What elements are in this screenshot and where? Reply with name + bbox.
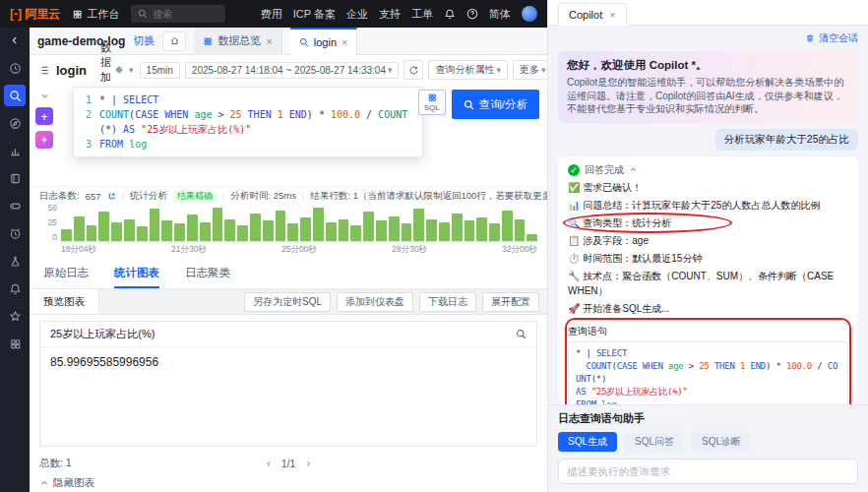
home-tab-button[interactable] — [162, 31, 186, 51]
topbar-link[interactable]: ICP 备案 — [293, 7, 336, 22]
tab-data-overview[interactable]: 数据总览 — [194, 28, 281, 55]
histogram-bar[interactable] — [326, 222, 337, 241]
histogram-bar[interactable] — [313, 208, 324, 241]
query-attr-dropdown[interactable]: 查询分析属性 — [428, 60, 508, 80]
histogram-bar[interactable] — [224, 219, 235, 241]
help-icon[interactable] — [466, 8, 478, 20]
topbar-link[interactable]: 费用 — [261, 7, 282, 22]
topbar-link[interactable]: 工单 — [411, 7, 433, 22]
histogram-bar[interactable] — [465, 220, 475, 241]
gamepad-icon[interactable] — [4, 195, 26, 216]
alibaba-cloud-logo[interactable]: [-] 阿里云 — [10, 6, 60, 23]
copilot-input[interactable] — [558, 459, 858, 484]
histogram-bar[interactable] — [150, 209, 160, 241]
switch-project-link[interactable]: 切换 — [133, 33, 155, 48]
histogram-bar[interactable] — [376, 220, 387, 241]
next-page-button[interactable] — [303, 460, 312, 468]
topbar-search-input[interactable] — [153, 9, 217, 20]
histogram-bar[interactable] — [489, 223, 500, 241]
histogram-bar[interactable] — [87, 225, 97, 241]
chevron-down-icon[interactable] — [39, 91, 50, 101]
sql-mode-button[interactable]: SQL — [418, 90, 446, 115]
histogram-bar[interactable] — [502, 211, 513, 241]
topbar-search[interactable] — [131, 5, 225, 23]
histogram-bar[interactable] — [200, 222, 211, 241]
histogram-bar[interactable] — [111, 222, 122, 241]
star-icon[interactable] — [4, 305, 26, 327]
histogram-bar[interactable] — [124, 219, 135, 241]
copilot-tab[interactable]: Copilot — [558, 3, 627, 26]
logstore-list-icon[interactable] — [37, 64, 50, 77]
tab-login[interactable]: login — [290, 28, 358, 55]
histogram-bar[interactable] — [161, 220, 172, 241]
time-range-selector[interactable]: 2025-08-27 14:18:04 ~ 2025-08-27 14:33:0… — [185, 62, 400, 79]
prev-page-button[interactable] — [265, 460, 274, 468]
histogram-bar[interactable] — [452, 214, 463, 241]
topbar-link[interactable]: 支持 — [379, 7, 401, 22]
compass-icon[interactable] — [4, 112, 26, 134]
histogram-bar[interactable] — [287, 223, 298, 241]
add-to-dashboard-button[interactable]: 添加到仪表盘 — [337, 292, 413, 312]
histogram-bar[interactable] — [174, 223, 185, 241]
ai-sparkle-button[interactable] — [35, 131, 53, 149]
add-query-button[interactable] — [35, 107, 53, 125]
sql-editor-content[interactable]: 1* | SELECT2COUNT(CASE WHEN age > 25 THE… — [73, 87, 423, 157]
histogram-bar[interactable] — [402, 223, 412, 241]
expand-config-button[interactable]: 展开配置 — [482, 292, 539, 312]
histogram-bar[interactable] — [363, 212, 374, 241]
apps-grid-icon[interactable] — [4, 333, 26, 354]
collapse-icon[interactable] — [629, 165, 638, 174]
histogram-bar[interactable] — [98, 212, 109, 241]
bell-icon[interactable] — [4, 277, 26, 299]
query-editor[interactable]: 1* | SELECT2COUNT(CASE WHEN age > 25 THE… — [30, 85, 547, 187]
dashboard-chart-icon[interactable] — [4, 140, 26, 161]
histogram-bar[interactable] — [74, 216, 85, 241]
histogram-bar[interactable] — [276, 211, 286, 241]
more-dropdown[interactable]: 更多 — [513, 60, 547, 80]
histogram-bar[interactable] — [350, 225, 361, 241]
histogram-bar[interactable] — [439, 222, 450, 241]
search-icon[interactable] — [516, 329, 527, 339]
histogram-bar[interactable] — [426, 219, 437, 241]
tab-raw-logs[interactable]: 原始日志 — [43, 266, 89, 288]
histogram-bar[interactable] — [413, 209, 424, 241]
close-icon[interactable] — [341, 36, 347, 48]
tab-statistics-chart[interactable]: 统计图表 — [114, 266, 159, 288]
workspace-menu[interactable]: 工作台 — [72, 7, 119, 22]
editor-line[interactable]: 2COUNT(CASE WHEN age > 25 THEN 1 END) * … — [81, 107, 415, 137]
histogram-bar[interactable] — [527, 234, 537, 241]
preview-chart-tab[interactable]: 预览图表 — [30, 289, 99, 314]
topbar-link[interactable]: 企业 — [346, 7, 368, 22]
language-switcher[interactable]: 简体 — [489, 7, 511, 22]
history-clock-icon[interactable] — [4, 57, 26, 79]
avatar[interactable] — [522, 6, 537, 22]
bell-icon[interactable] — [444, 8, 456, 20]
download-logs-button[interactable]: 下载日志 — [419, 292, 476, 312]
alarm-clock-icon[interactable] — [4, 222, 26, 244]
sidebar-collapse-button[interactable] — [4, 31, 26, 50]
clear-session-button[interactable]: 清空会话 — [558, 31, 858, 45]
histogram-bar[interactable] — [300, 217, 311, 241]
histogram-bar[interactable] — [213, 208, 223, 241]
close-icon[interactable] — [266, 35, 272, 47]
save-scheduled-sql-button[interactable]: 另存为定时SQL — [244, 292, 331, 312]
sql-diagnose-button[interactable]: SQL诊断 — [692, 432, 751, 452]
histogram-bar[interactable] — [263, 220, 274, 241]
close-icon[interactable] — [609, 9, 615, 21]
tab-log-clustering[interactable]: 日志聚类 — [185, 266, 230, 288]
flask-icon[interactable] — [4, 250, 26, 272]
auto-refresh-button[interactable] — [403, 60, 423, 80]
editor-line[interactable]: 1* | SELECT — [81, 92, 415, 107]
histogram-bar[interactable] — [389, 216, 400, 241]
histogram-bar[interactable] — [250, 214, 261, 241]
answer-status[interactable]: 回答完成 — [568, 163, 848, 177]
histogram-bar[interactable] — [476, 217, 487, 241]
hide-chart-button[interactable]: 隐藏图表 — [30, 474, 547, 492]
book-icon[interactable] — [4, 167, 26, 189]
histogram-bar[interactable] — [187, 215, 198, 241]
histogram-bar[interactable] — [339, 219, 349, 241]
histogram-bar[interactable] — [137, 226, 148, 241]
sql-generate-button[interactable]: SQL生成 — [558, 432, 617, 452]
sql-qa-button[interactable]: SQL问答 — [625, 432, 684, 452]
histogram-bar[interactable] — [61, 229, 72, 241]
